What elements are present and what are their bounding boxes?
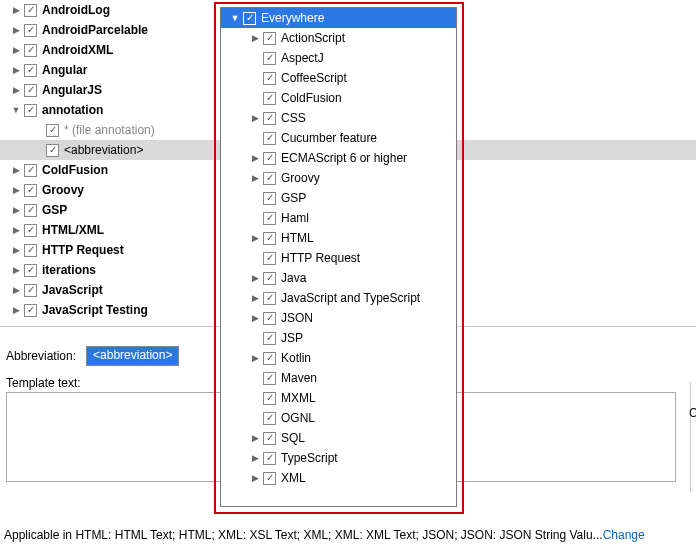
checkbox[interactable]: ✓ [263, 332, 276, 345]
context-row[interactable]: ▶✓XML [221, 468, 456, 488]
chevron-right-icon[interactable]: ▶ [10, 64, 22, 76]
context-row[interactable]: ✓CoffeeScript [221, 68, 456, 88]
chevron-right-icon[interactable]: ▶ [10, 264, 22, 276]
checkbox[interactable]: ✓ [263, 352, 276, 365]
change-context-link[interactable]: Change [603, 528, 645, 542]
checkbox[interactable]: ✓ [24, 24, 37, 37]
context-row[interactable]: ▶✓ActionScript [221, 28, 456, 48]
context-row[interactable]: ✓HTTP Request [221, 248, 456, 268]
context-row[interactable]: ✓OGNL [221, 408, 456, 428]
checkbox[interactable]: ✓ [263, 132, 276, 145]
checkbox[interactable]: ✓ [263, 452, 276, 465]
chevron-right-icon[interactable]: ▶ [249, 292, 261, 304]
checkbox[interactable]: ✓ [46, 124, 59, 137]
context-row[interactable]: ✓JSP [221, 328, 456, 348]
chevron-right-icon[interactable]: ▶ [10, 44, 22, 56]
checkbox[interactable]: ✓ [24, 244, 37, 257]
context-row[interactable]: ▶✓CSS [221, 108, 456, 128]
checkbox[interactable]: ✓ [263, 392, 276, 405]
checkbox[interactable]: ✓ [46, 144, 59, 157]
context-row[interactable]: ✓GSP [221, 188, 456, 208]
context-row[interactable]: ▶✓JSON [221, 308, 456, 328]
chevron-right-icon[interactable]: ▶ [249, 432, 261, 444]
checkbox[interactable]: ✓ [263, 472, 276, 485]
checkbox[interactable]: ✓ [24, 264, 37, 277]
tree-item-label: ColdFusion [41, 160, 108, 180]
chevron-down-icon[interactable]: ▼ [229, 12, 241, 24]
chevron-right-icon[interactable]: ▶ [249, 232, 261, 244]
checkbox[interactable]: ✓ [24, 284, 37, 297]
tree-item-label: Groovy [41, 180, 84, 200]
context-row[interactable]: ✓MXML [221, 388, 456, 408]
chevron-right-icon[interactable]: ▶ [10, 244, 22, 256]
chevron-right-icon[interactable]: ▶ [10, 224, 22, 236]
tree-item-label: GSP [41, 200, 67, 220]
chevron-right-icon[interactable]: ▶ [249, 32, 261, 44]
chevron-right-icon[interactable]: ▶ [249, 272, 261, 284]
context-row[interactable]: ▶✓Kotlin [221, 348, 456, 368]
checkbox[interactable]: ✓ [24, 104, 37, 117]
checkbox[interactable]: ✓ [263, 292, 276, 305]
context-row[interactable]: ▶✓ECMAScript 6 or higher [221, 148, 456, 168]
checkbox[interactable]: ✓ [263, 52, 276, 65]
checkbox[interactable]: ✓ [263, 412, 276, 425]
chevron-right-icon[interactable]: ▶ [10, 184, 22, 196]
chevron-right-icon[interactable]: ▶ [10, 84, 22, 96]
checkbox[interactable]: ✓ [24, 44, 37, 57]
context-everywhere-row[interactable]: ▼✓Everywhere [221, 8, 456, 28]
checkbox[interactable]: ✓ [263, 192, 276, 205]
checkbox[interactable]: ✓ [263, 272, 276, 285]
chevron-down-icon[interactable]: ▼ [10, 104, 22, 116]
context-row[interactable]: ✓Haml [221, 208, 456, 228]
chevron-right-icon[interactable]: ▶ [10, 204, 22, 216]
checkbox[interactable]: ✓ [243, 12, 256, 25]
right-panel-fragment: C [690, 382, 696, 492]
chevron-right-icon[interactable]: ▶ [10, 164, 22, 176]
context-row[interactable]: ✓Cucumber feature [221, 128, 456, 148]
checkbox[interactable]: ✓ [24, 4, 37, 17]
checkbox[interactable]: ✓ [263, 92, 276, 105]
checkbox[interactable]: ✓ [263, 432, 276, 445]
checkbox[interactable]: ✓ [24, 204, 37, 217]
chevron-right-icon[interactable]: ▶ [249, 112, 261, 124]
checkbox[interactable]: ✓ [24, 164, 37, 177]
checkbox[interactable]: ✓ [263, 372, 276, 385]
checkbox[interactable]: ✓ [263, 72, 276, 85]
popup-scroll[interactable]: ▼✓Everywhere▶✓ActionScript✓AspectJ✓Coffe… [221, 8, 456, 506]
context-row[interactable]: ▶✓Java [221, 268, 456, 288]
chevron-right-icon[interactable]: ▶ [249, 472, 261, 484]
checkbox[interactable]: ✓ [263, 212, 276, 225]
checkbox[interactable]: ✓ [24, 184, 37, 197]
context-label: Maven [280, 368, 317, 388]
chevron-right-icon[interactable]: ▶ [249, 152, 261, 164]
chevron-right-icon[interactable]: ▶ [249, 312, 261, 324]
context-row[interactable]: ▶✓JavaScript and TypeScript [221, 288, 456, 308]
chevron-right-icon[interactable]: ▶ [249, 172, 261, 184]
context-row[interactable]: ▶✓HTML [221, 228, 456, 248]
context-row[interactable]: ✓Maven [221, 368, 456, 388]
context-row[interactable]: ▶✓TypeScript [221, 448, 456, 468]
context-row[interactable]: ▶✓Groovy [221, 168, 456, 188]
checkbox[interactable]: ✓ [24, 224, 37, 237]
chevron-right-icon[interactable]: ▶ [10, 24, 22, 36]
applicable-in-text: Applicable in HTML: HTML Text; HTML; XML… [4, 528, 603, 542]
context-row[interactable]: ▶✓SQL [221, 428, 456, 448]
checkbox[interactable]: ✓ [263, 152, 276, 165]
chevron-right-icon[interactable]: ▶ [10, 284, 22, 296]
context-row[interactable]: ✓AspectJ [221, 48, 456, 68]
chevron-right-icon[interactable]: ▶ [249, 352, 261, 364]
checkbox[interactable]: ✓ [263, 252, 276, 265]
checkbox[interactable]: ✓ [24, 304, 37, 317]
checkbox[interactable]: ✓ [24, 64, 37, 77]
abbreviation-input[interactable]: <abbreviation> [86, 346, 179, 366]
checkbox[interactable]: ✓ [263, 232, 276, 245]
chevron-right-icon[interactable]: ▶ [10, 304, 22, 316]
checkbox[interactable]: ✓ [263, 112, 276, 125]
checkbox[interactable]: ✓ [263, 32, 276, 45]
checkbox[interactable]: ✓ [24, 84, 37, 97]
chevron-right-icon[interactable]: ▶ [249, 452, 261, 464]
checkbox[interactable]: ✓ [263, 312, 276, 325]
checkbox[interactable]: ✓ [263, 172, 276, 185]
chevron-right-icon[interactable]: ▶ [10, 4, 22, 16]
context-row[interactable]: ✓ColdFusion [221, 88, 456, 108]
